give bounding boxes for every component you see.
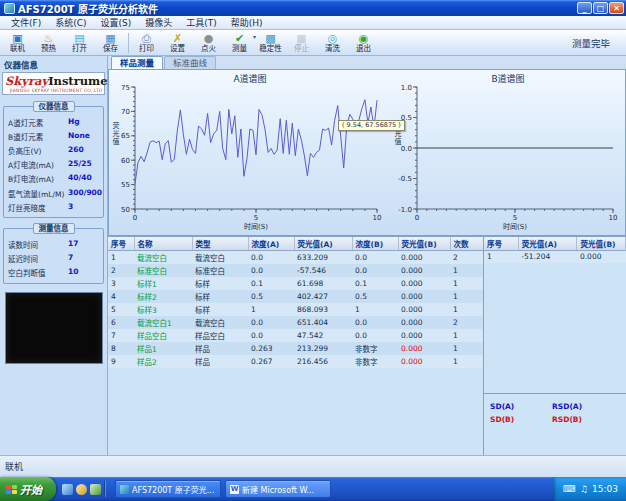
table-row[interactable]: 7样品空白样品空白0.047.5420.00.0001 [108,329,484,342]
taskbar-clock: 15:03 [592,484,618,494]
menu-item[interactable]: 帮助(H) [224,16,270,29]
volume-tray-icon[interactable]: ♫ [580,484,588,494]
quicklaunch-icon-2[interactable] [76,484,87,495]
table-cell: 标样 [192,277,248,290]
rsd-a-label: RSD(A) [552,402,582,411]
table-cell: 0.263 [248,342,294,355]
table-cell: 标准空白 [134,264,192,277]
table-row[interactable]: 2标准空白标准空白0.0-57.5460.00.0001 [108,264,484,277]
table-row[interactable]: 1-51.2040.000 [484,251,626,263]
联机-toolbar-button[interactable]: ▣联机 [2,30,33,55]
table-cell: -57.546 [294,264,352,277]
table-cell: 0.5 [352,290,398,303]
measure-group-title: 测量信息 [33,223,75,234]
info-row: 延迟时间7 [7,252,100,266]
清洗-toolbar-button[interactable]: ◎清洗 [317,30,348,55]
results-column-header[interactable]: 序号 [108,237,134,251]
保存-toolbar-button[interactable]: ▦保存 [95,30,126,55]
table-cell: 1 [450,355,484,368]
camera-view [5,292,103,364]
打印-toolbar-button[interactable]: ⎙打印 [131,30,162,55]
readings-column-header[interactable]: 荧光值(B) [577,237,626,251]
results-column-header[interactable]: 浓度(B) [352,237,398,251]
taskbar-task-button[interactable]: W新建 Microsoft W... [225,480,331,498]
menu-item[interactable]: 设置(S) [94,16,139,29]
info-row: B道灯元素None [7,129,100,143]
table-cell: 非数字 [352,342,398,355]
quicklaunch-icon-1[interactable] [62,484,73,495]
clean-icon: ◎ [328,33,338,45]
table-row[interactable]: 4标样2标样0.5402.4270.50.0001 [108,290,484,303]
settings-icon: ✗ [173,33,182,45]
readings-column-header[interactable]: 荧光值(A) [518,237,577,251]
results-column-header[interactable]: 荧光值(B) [398,237,450,251]
readings-column-header[interactable]: 序号 [484,237,518,251]
table-row[interactable]: 3标样1标样0.161.6980.10.0001 [108,277,484,290]
table-cell: 1 [450,329,484,342]
minimize-button[interactable]: _ [577,2,592,14]
start-button[interactable]: 开始 [0,477,56,501]
toolbar-button-label: 联机 [10,45,25,53]
svg-text:5: 5 [254,214,258,222]
预热-toolbar-button[interactable]: ♨预热 [33,30,64,55]
chart-b-title: B道谱图 [391,70,625,83]
signal-line [135,100,377,184]
table-cell: 载流空白1 [134,316,192,329]
点火-toolbar-button[interactable]: ●点火 [193,30,224,55]
restore-button[interactable]: □ [593,2,608,14]
quicklaunch-icon-3[interactable] [90,484,101,495]
table-row[interactable]: 8样品1样品0.263213.299非数字0.0001 [108,342,484,355]
sd-b-label: SD(B) [490,415,552,424]
results-column-header[interactable]: 次数 [450,237,484,251]
menu-item[interactable]: 工具(T) [179,16,224,29]
toolbar-button-label: 退出 [356,45,371,53]
chart-b: B道谱图 荧光值 -1.0-0.50.00.51.00510时间(S) [391,70,625,235]
table-cell: 标样2 [134,290,192,303]
tab-样品测量[interactable]: 样品测量 [111,56,163,69]
taskbar-task-button[interactable]: AFS7200T 原子荧光... [115,480,221,498]
table-cell: 1 [450,342,484,355]
toolbar-button-label: 点火 [201,45,216,53]
toolbar-button-label: 预热 [41,45,56,53]
table-cell: 0.0 [352,329,398,342]
task-label: AFS7200T 原子荧光... [132,484,214,495]
table-cell: 样品 [192,342,248,355]
table-cell: 2 [450,316,484,329]
chart-a: A道谱图 荧光值 5055606570750510时间(S) [109,70,391,235]
table-cell: 0.1 [352,277,398,290]
results-column-header[interactable]: 名称 [134,237,192,251]
打开-toolbar-button[interactable]: ▤打开 [64,30,95,55]
稳定性-toolbar-button[interactable]: ▩稳定性 [255,30,286,55]
results-column-header[interactable]: 荧光值(A) [294,237,352,251]
table-row[interactable]: 5标样3标样1868.09310.0001 [108,303,484,316]
menu-item[interactable]: 摄像头 [138,16,179,29]
menu-item[interactable]: 系统(C) [48,16,93,29]
停止-toolbar-button[interactable]: ■停止 [286,30,317,55]
info-label: 延迟时间 [8,253,68,264]
info-value: 3 [68,202,73,213]
table-cell: 0.0 [248,251,294,265]
测量-toolbar-button[interactable]: ✔测量▾ [224,30,255,55]
设置-toolbar-button[interactable]: ✗设置 [162,30,193,55]
table-row[interactable]: 1载流空白载流空白0.0633.2090.00.0002 [108,251,484,265]
word-doc-icon: W [230,485,239,494]
table-cell: 1 [450,264,484,277]
menu-item[interactable]: 文件(F) [4,16,48,29]
table-cell: 0.0 [352,316,398,329]
tab-标准曲线[interactable]: 标准曲线 [164,56,216,69]
table-row[interactable]: 6载流空白1载流空白0.0651.4040.00.0002 [108,316,484,329]
table-cell: 402.427 [294,290,352,303]
table-row[interactable]: 9样品2样品0.267216.456非数字0.0001 [108,355,484,368]
table-cell: 样品1 [134,342,192,355]
results-column-header[interactable]: 浓度(A) [248,237,294,251]
table-cell: 0.0 [352,264,398,277]
svg-text:55: 55 [121,181,130,189]
table-cell: 0.0 [248,316,294,329]
退出-toolbar-button[interactable]: ◉退出 [348,30,379,55]
close-button[interactable]: ✕ [609,2,624,14]
results-column-header[interactable]: 类型 [192,237,248,251]
keyboard-tray-icon[interactable]: ⌨ [563,484,576,494]
info-row: 负高压(V)260 [7,143,100,157]
svg-text:0.0: 0.0 [401,145,412,153]
table-cell: 0.000 [577,251,626,263]
